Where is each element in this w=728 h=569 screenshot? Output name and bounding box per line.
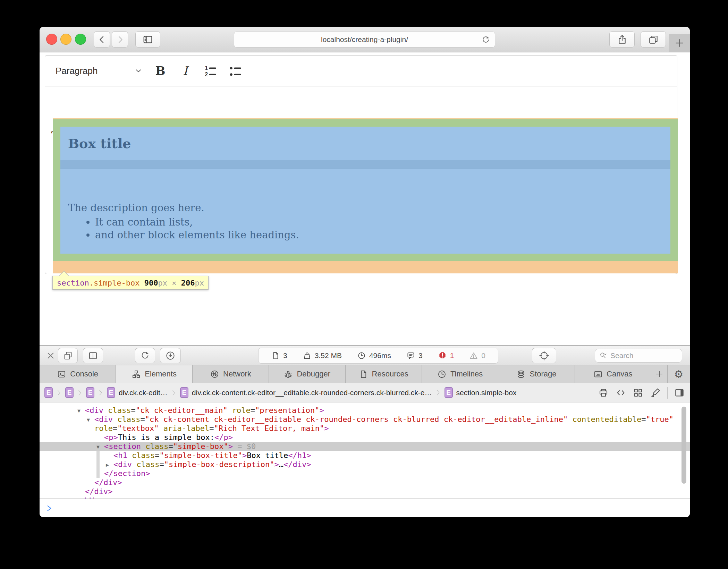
tab-label: Elements <box>145 370 177 379</box>
code-brackets-icon[interactable] <box>615 387 626 398</box>
disclosure-closed-icon[interactable]: ▶ <box>106 460 113 469</box>
bold-button[interactable]: B <box>153 63 168 78</box>
numbered-list-button[interactable]: 12 <box>203 63 218 78</box>
box-bullet-item[interactable]: and other block elements like headings. <box>95 229 670 241</box>
gear-icon: ⚙ <box>674 368 684 380</box>
dom-tree-row[interactable]: ▼<div class="ck ck-content ck-editor__ed… <box>40 415 690 424</box>
box-gap-band <box>60 160 670 169</box>
reload-icon[interactable] <box>481 35 491 45</box>
box-bullet-item[interactable]: It can contain lists, <box>95 216 670 229</box>
breadcrumb-item[interactable]: Ediv.ck.ck-content.ck-editor__editable.c… <box>180 387 432 398</box>
tab-console[interactable]: Console <box>40 365 116 383</box>
tab-label: Console <box>70 370 98 379</box>
back-button[interactable] <box>94 31 110 48</box>
grid-icon[interactable] <box>633 387 644 398</box>
dom-segment-tag: > <box>228 442 233 451</box>
breadcrumb-item[interactable]: E <box>86 387 94 398</box>
reload-page-button[interactable] <box>135 348 155 363</box>
dom-tree-row[interactable]: <p>This is a simple box:</p> <box>40 433 690 442</box>
tab-resources[interactable]: Resources <box>346 365 422 383</box>
console-prompt-row[interactable] <box>40 499 690 517</box>
disclosure-open-icon[interactable]: ▼ <box>87 415 94 424</box>
close-inspector-button[interactable] <box>45 350 56 361</box>
add-tab-button[interactable] <box>651 365 668 383</box>
crosshair-icon <box>539 350 550 361</box>
dom-segment-attr: class <box>145 442 168 451</box>
share-button[interactable] <box>609 31 635 48</box>
inspector-search-input[interactable]: Search <box>595 349 682 363</box>
print-icon[interactable] <box>598 387 609 398</box>
network-icon <box>210 370 219 379</box>
dom-tree-row[interactable]: </div> <box>40 478 690 487</box>
dom-tree-row[interactable]: ▶<div class="simple-box-description">…</… <box>40 460 690 469</box>
dom-segment-pl <box>159 424 163 433</box>
disclosure-open-icon[interactable]: ▼ <box>77 406 85 415</box>
paintbrush-icon[interactable] <box>650 387 661 398</box>
activity-badge[interactable]: 3 <box>271 351 287 360</box>
web-inspector: 33.52 MB496ms310 Search ConsoleElementsN… <box>40 345 690 517</box>
tab-canvas[interactable]: Canvas <box>575 365 651 383</box>
tab-storage[interactable]: Storage <box>498 365 575 383</box>
tab-elements[interactable]: Elements <box>116 365 192 383</box>
activity-badge[interactable]: 1 <box>438 351 454 360</box>
breadcrumb-item[interactable]: Esection.simple-box <box>445 387 517 398</box>
dom-tree-row[interactable]: </div> <box>40 496 690 499</box>
zoom-window-button[interactable] <box>75 34 86 45</box>
activity-badge[interactable]: 3.52 MB <box>303 351 342 360</box>
tab-timelines[interactable]: Timelines <box>422 365 498 383</box>
box-title[interactable]: Box title <box>60 127 670 160</box>
element-badge-icon: E <box>86 387 94 398</box>
box-bullet-list[interactable]: It can contain lists,and other block ele… <box>60 216 670 241</box>
dom-segment-val: "simple-box" <box>173 442 228 451</box>
paragraph-dropdown[interactable]: Paragraph <box>56 66 143 76</box>
dom-tree-row[interactable]: role="textbox" aria-label="Rich Text Edi… <box>40 424 690 433</box>
activity-badge[interactable]: 3 <box>406 351 423 360</box>
dom-segment-attr: class <box>117 415 140 424</box>
details-sidebar-icon[interactable] <box>674 387 685 398</box>
dom-scrollbar[interactable] <box>682 407 686 484</box>
dom-tree-row[interactable]: ▼<section class="simple-box"> = $0 <box>40 442 690 451</box>
url-field[interactable]: localhost/creating-a-plugin/ <box>234 32 495 48</box>
chevron-sep-icon <box>435 388 442 397</box>
box-description[interactable]: The description goes here. <box>68 202 670 214</box>
badge-value: 0 <box>481 351 485 360</box>
dom-segment-meta: = $0 <box>233 442 256 451</box>
activity-badge[interactable]: 0 <box>469 351 485 360</box>
tab-debugger[interactable]: Debugger <box>269 365 345 383</box>
tab-overview-button[interactable] <box>641 31 666 48</box>
disclosure-open-icon[interactable]: ▼ <box>96 442 104 451</box>
minimize-window-button[interactable] <box>60 34 71 45</box>
element-badge-icon: E <box>180 387 188 398</box>
forward-button[interactable] <box>112 31 128 48</box>
sidebar-toggle-button[interactable] <box>135 31 160 48</box>
download-button[interactable] <box>160 348 181 363</box>
dom-tree-row[interactable]: </section> <box>40 469 690 478</box>
close-window-button[interactable] <box>46 34 57 45</box>
settings-button[interactable]: ⚙ <box>668 365 690 383</box>
dom-segment-pl: = <box>131 406 135 415</box>
dom-segment-tag: </div> <box>85 487 112 496</box>
search-icon <box>599 351 608 360</box>
italic-icon: I <box>183 64 187 78</box>
dom-segment-tag: </div> <box>77 496 105 499</box>
bulleted-list-button[interactable] <box>228 63 243 78</box>
detach-inspector-button[interactable] <box>58 348 78 363</box>
tab-network[interactable]: Network <box>193 365 269 383</box>
activity-badge[interactable]: 496ms <box>357 351 391 360</box>
chevron-right-icon <box>115 34 125 45</box>
dom-segment-tag: > <box>274 460 279 469</box>
breadcrumb-item[interactable]: E <box>44 387 53 398</box>
badge-value: 3 <box>418 351 423 360</box>
new-tab-button[interactable] <box>669 34 690 52</box>
dom-tree-row[interactable]: </div> <box>40 487 690 496</box>
dom-tree-row[interactable]: <h1 class="simple-box-title">Box title</… <box>40 451 690 460</box>
bulleted-list-icon <box>228 64 242 78</box>
breadcrumb-item[interactable]: Ediv.ck.ck-edit… <box>107 387 168 398</box>
italic-button[interactable]: I <box>178 63 193 78</box>
dom-tree-row[interactable]: ▼<div class="ck ck-editor__main" role="p… <box>40 406 690 415</box>
breadcrumb-item[interactable]: E <box>65 387 74 398</box>
dock-side-button[interactable] <box>83 348 103 363</box>
plus-icon <box>654 369 664 379</box>
element-picker-button[interactable] <box>532 348 556 363</box>
tab-label: Storage <box>530 370 556 379</box>
